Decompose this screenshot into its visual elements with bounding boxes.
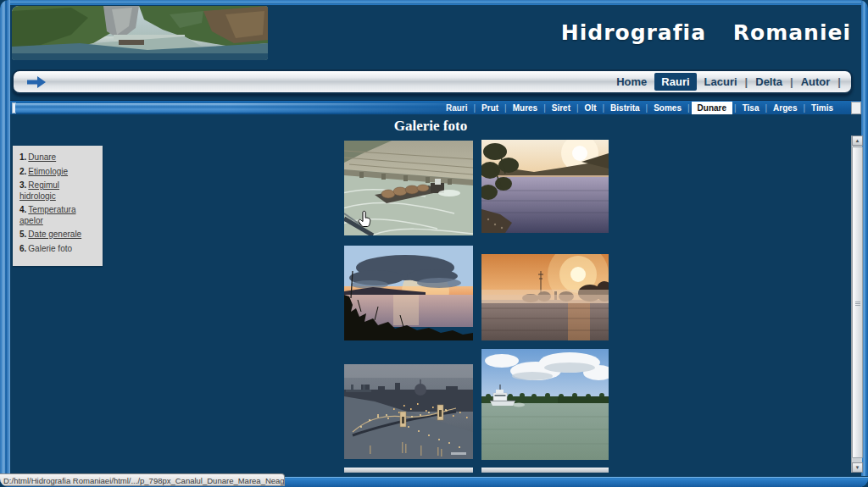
sunset-clouds-photo-art [344, 246, 473, 340]
gallery-photo-sunset-clouds[interactable] [344, 246, 473, 340]
sidebar-item-number: 4. [19, 205, 26, 214]
sidebar-item-label[interactable]: Etimologie [28, 167, 68, 176]
status-bar-link-path: D:/html/Hidrografia Romaniaei/html/.../p… [0, 473, 285, 486]
forward-arrow-icon[interactable] [25, 75, 47, 90]
vertical-scrollbar[interactable]: ▲ ▼ [851, 136, 862, 473]
scrollbar-thumb[interactable] [852, 147, 863, 458]
nav-separator: | [745, 75, 748, 88]
gallery-photo-sunset-trees[interactable] [481, 140, 609, 233]
sidebar-item-date-generale[interactable]: 5.Date generale [19, 230, 97, 241]
subnav-item-olt[interactable]: Olt [579, 103, 603, 113]
sidebar-item-number: 2. [19, 167, 26, 176]
scroll-up-button[interactable]: ▲ [852, 136, 863, 146]
page-title: Hidrografia Romaniei [561, 20, 851, 45]
subnav-item-mures[interactable]: Mures [507, 103, 543, 113]
sidebar-item-label[interactable]: Date generale [28, 230, 81, 239]
sidebar-item-number: 1. [19, 152, 26, 162]
main-navigation-bar: Home Rauri Lacuri | Delta | Autor | [12, 69, 853, 94]
gallery-photo-misty-sunrise[interactable] [481, 254, 609, 340]
ship-river-photo-art [481, 349, 609, 460]
river-gorge-banner-art [12, 6, 268, 60]
subnav-item-arges[interactable]: Arges [767, 103, 803, 113]
gallery-photo-partial-left[interactable] [344, 468, 473, 473]
page-frame-left [0, 0, 10, 487]
sidebar-item-number: 3. [19, 180, 26, 190]
page-frame-top [10, 0, 861, 5]
browser-page: Hidrografia Romaniei Home Rauri Lacuri |… [0, 0, 868, 487]
sidebar-item-label[interactable]: Temperatura apelor [19, 205, 75, 225]
misty-sunrise-photo-art [481, 254, 609, 340]
subnav-end-box [851, 102, 861, 114]
sidebar-item-etimologie[interactable]: 2.Etimologie [19, 167, 97, 178]
barge-photo-art [344, 141, 473, 235]
nav-separator: | [837, 75, 841, 88]
sidebar-item-number: 5. [19, 230, 26, 239]
nav-item-autor[interactable]: Autor [801, 75, 831, 88]
nav-item-rauri[interactable]: Rauri [654, 73, 696, 91]
budapest-bridge-photo-art [344, 364, 473, 459]
subnav-item-siret[interactable]: Siret [546, 103, 576, 113]
gallery-photo-barge-on-danube[interactable] [344, 141, 473, 235]
sidebar-item-label[interactable]: Dunare [28, 152, 56, 162]
subnav-item-somes[interactable]: Somes [648, 103, 687, 113]
subnav-item-timis[interactable]: Timis [805, 103, 839, 113]
page-heading: Galerie foto [10, 118, 851, 135]
rivers-subnav-bar: Rauri | Prut | Mures | Siret | Olt | Bis… [10, 100, 861, 114]
sunset-trees-photo-art [481, 140, 609, 233]
sidebar-menu: 1.Dunare 2.Etimologie 3.Regimul hidrolog… [13, 146, 103, 266]
sidebar-item-dunare[interactable]: 1.Dunare [19, 152, 97, 163]
gallery-photo-partial-right[interactable] [481, 468, 609, 473]
nav-item-delta[interactable]: Delta [755, 75, 782, 88]
scroll-down-button[interactable]: ▼ [852, 462, 863, 473]
sidebar-item-label: Galerie foto [28, 244, 72, 253]
subnav-item-bistrita[interactable]: Bistrita [604, 103, 645, 113]
nav-item-lacuri[interactable]: Lacuri [704, 75, 737, 88]
subnav-separator: | [687, 103, 690, 113]
gallery-photo-ship-wide-river[interactable] [481, 349, 609, 460]
subnav-decorative-gradient-bar [15, 103, 490, 113]
gallery-photo-budapest-bridge[interactable] [344, 364, 473, 459]
header-banner-photo [12, 6, 268, 60]
scrollbar-grip [855, 302, 860, 307]
subnav-item-tisa[interactable]: Tisa [737, 103, 765, 113]
nav-item-home[interactable]: Home [616, 75, 647, 88]
nav-separator: | [790, 75, 793, 88]
photo-watermark [451, 452, 466, 455]
subnav-item-dunare[interactable]: Dunare [692, 102, 732, 114]
sidebar-item-regimul-hidrologic[interactable]: 3.Regimul hidrologic [19, 180, 97, 202]
sidebar-item-number: 6. [19, 244, 26, 253]
sidebar-item-galerie-foto-current[interactable]: 6.Galerie foto [19, 244, 97, 255]
sidebar-item-temperatura-apelor[interactable]: 4.Temperatura apelor [19, 205, 97, 226]
